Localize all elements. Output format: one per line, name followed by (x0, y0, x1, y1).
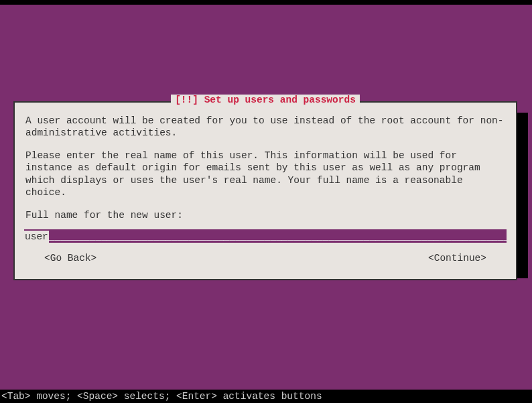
go-back-button[interactable]: <Go Back> (44, 252, 96, 264)
dialog-title: [!!] Set up users and passwords (171, 95, 360, 105)
dialog-title-bar: [!!] Set up users and passwords (15, 96, 516, 103)
fullname-field-label: Full name for the new user: (25, 209, 505, 221)
dialog-content: A user account will be created for you t… (15, 103, 516, 279)
fullname-input[interactable]: user____________________________________… (24, 229, 507, 243)
intro-paragraph-1: A user account will be created for you t… (25, 115, 505, 139)
footer-help: <Tab> moves; <Space> selects; <Enter> ac… (0, 390, 532, 403)
intro-paragraph-2: Please enter the real name of this user.… (25, 150, 505, 198)
user-setup-dialog: [!!] Set up users and passwords A user a… (13, 101, 517, 280)
fullname-input-value[interactable]: user (24, 231, 49, 243)
input-filler: ________________________________________… (49, 231, 507, 242)
continue-button[interactable]: <Continue> (428, 252, 486, 264)
dialog-buttons: <Go Back> <Continue> (25, 252, 505, 264)
